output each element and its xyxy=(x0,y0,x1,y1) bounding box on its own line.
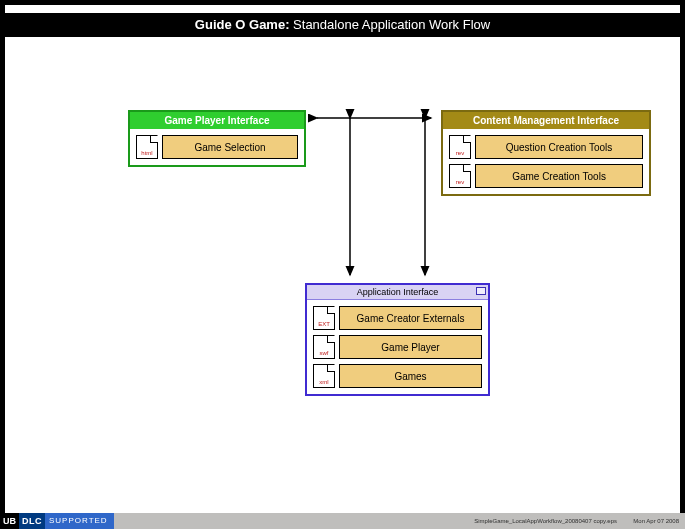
node-body-cmi: rev Question Creation Tools rev Game Cre… xyxy=(443,129,649,194)
brand-ub: UB xyxy=(0,513,19,529)
file-icon: rev xyxy=(449,135,471,159)
title-rest: Standalone Application Work Flow xyxy=(289,17,490,32)
window-title-app: Application Interface xyxy=(307,285,488,300)
file-icon: xml xyxy=(313,364,335,388)
item-row: html Game Selection xyxy=(136,135,298,159)
footer-file: SimpleGame_LocalAppWorkflow_20080407 cop… xyxy=(474,513,617,529)
file-icon: html xyxy=(136,135,158,159)
item-chip-question-creation-tools: Question Creation Tools xyxy=(475,135,643,159)
flow-arrows xyxy=(5,5,680,524)
file-icon-label: swf xyxy=(314,350,334,356)
item-row: swf Game Player xyxy=(313,335,482,359)
node-content-management-interface: Content Management Interface rev Questio… xyxy=(441,110,651,196)
file-icon: swf xyxy=(313,335,335,359)
item-chip-game-creator-externals: Game Creator Externals xyxy=(339,306,482,330)
item-chip-games: Games xyxy=(339,364,482,388)
node-body-app: EXT Game Creator Externals swf Game Play… xyxy=(307,300,488,394)
node-application-interface: Application Interface EXT Game Creator E… xyxy=(305,283,490,396)
item-chip-game-selection: Game Selection xyxy=(162,135,298,159)
file-icon-label: html xyxy=(137,150,157,156)
file-icon: rev xyxy=(449,164,471,188)
window-title-label: Application Interface xyxy=(357,287,439,297)
file-icon-label: rev xyxy=(450,179,470,185)
file-icon-label: rev xyxy=(450,150,470,156)
footer-bar: UBDLCSUPPORTED SimpleGame_LocalAppWorkfl… xyxy=(0,513,685,529)
title-bold: Guide O Game: xyxy=(195,17,290,32)
item-row: rev Game Creation Tools xyxy=(449,164,643,188)
item-chip-game-creation-tools: Game Creation Tools xyxy=(475,164,643,188)
window-control-icon xyxy=(476,287,486,295)
footer-brand: UBDLCSUPPORTED xyxy=(0,513,114,529)
node-body-gpi: html Game Selection xyxy=(130,129,304,165)
file-icon-label: EXT xyxy=(314,321,334,327)
file-icon: EXT xyxy=(313,306,335,330)
title-bar: Guide O Game: Standalone Application Wor… xyxy=(0,13,685,37)
page: Guide O Game: Standalone Application Wor… xyxy=(0,0,685,529)
item-chip-game-player: Game Player xyxy=(339,335,482,359)
file-icon-label: xml xyxy=(314,379,334,385)
brand-dlc: DLC xyxy=(19,513,45,529)
node-game-player-interface: Game Player Interface html Game Selectio… xyxy=(128,110,306,167)
footer-date: Mon Apr 07 2008 xyxy=(633,513,679,529)
node-header-cmi: Content Management Interface xyxy=(443,112,649,129)
node-header-gpi: Game Player Interface xyxy=(130,112,304,129)
item-row: EXT Game Creator Externals xyxy=(313,306,482,330)
item-row: rev Question Creation Tools xyxy=(449,135,643,159)
brand-supported: SUPPORTED xyxy=(45,513,114,529)
item-row: xml Games xyxy=(313,364,482,388)
